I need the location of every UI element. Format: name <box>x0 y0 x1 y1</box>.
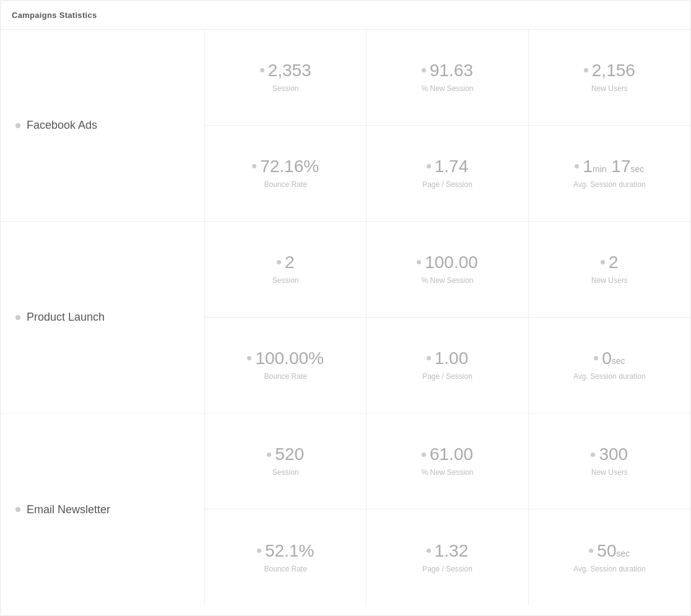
stat-value: 2,156 <box>592 62 635 79</box>
campaign-row: Email Newsletter520Session61.00% New Ses… <box>1 414 690 605</box>
stat-value: 1.00 <box>435 350 469 367</box>
stat-value: 2,353 <box>268 62 311 79</box>
stat-value: 1.74 <box>435 158 469 175</box>
stat-label: Session <box>272 468 299 477</box>
stat-dot <box>257 549 261 553</box>
stat-dot <box>601 260 605 264</box>
stat-cell: 72.16%Bounce Rate <box>205 126 367 222</box>
campaign-name-col: Email Newsletter <box>1 414 205 605</box>
card-title: Campaigns Statistics <box>12 11 97 20</box>
stat-value-row: 100.00 <box>417 254 478 271</box>
stat-cell: 100.00% New Session <box>367 222 528 318</box>
campaign-row: Facebook Ads2,353Session91.63% New Sessi… <box>1 30 690 222</box>
stat-dot <box>427 356 431 360</box>
stat-value-row: 520 <box>267 446 304 463</box>
stat-label: Avg. Session duration <box>573 565 646 573</box>
campaign-name-col: Facebook Ads <box>1 30 205 221</box>
stat-dot <box>252 164 256 168</box>
stat-value: 2 <box>609 254 619 271</box>
stat-label: % New Session <box>421 276 473 285</box>
stat-dot <box>260 68 264 72</box>
campaign-dot <box>15 507 20 512</box>
stat-dot <box>589 549 593 553</box>
stat-label: Page / Session <box>422 372 472 381</box>
stat-value-row: 61.00 <box>422 446 473 463</box>
stat-cell: 91.63% New Session <box>367 30 528 126</box>
stat-value: 1.32 <box>435 542 469 560</box>
stat-value-row: 2 <box>601 254 619 271</box>
stat-value-row: 0sec <box>594 350 625 367</box>
stat-value: 0sec <box>602 350 625 367</box>
stat-label: Page / Session <box>422 180 472 189</box>
stat-value: 1min 17sec <box>583 158 644 175</box>
stat-cell: 1.74Page / Session <box>367 126 528 222</box>
stat-cell: 2,353Session <box>205 30 367 126</box>
stat-value-row: 2 <box>277 254 295 271</box>
stat-dot <box>591 453 595 457</box>
stat-value: 72.16% <box>260 158 319 175</box>
stat-dot <box>422 68 426 72</box>
stat-value-row: 50sec <box>589 542 630 560</box>
stat-dot <box>277 260 281 264</box>
stat-label: Bounce Rate <box>264 180 306 189</box>
campaign-stats-col: 2,353Session91.63% New Session2,156New U… <box>205 30 690 221</box>
stat-value: 520 <box>275 446 304 463</box>
campaign-name-col: Product Launch <box>1 222 205 413</box>
stat-value-row: 1.74 <box>427 158 469 175</box>
stat-value: 100.00% <box>255 350 324 367</box>
card-header: Campaigns Statistics <box>1 1 690 30</box>
campaign-stats-col: 520Session61.00% New Session300New Users… <box>205 414 690 605</box>
campaign-stats-col: 2Session100.00% New Session2New Users100… <box>205 222 690 413</box>
stat-label: New Users <box>591 468 628 477</box>
campaign-name: Email Newsletter <box>27 503 110 516</box>
stat-dot <box>575 164 579 168</box>
stat-dot <box>247 356 251 360</box>
campaigns-statistics-card: Campaigns Statistics Facebook Ads2,353Se… <box>0 0 691 616</box>
stat-value: 50sec <box>597 542 630 560</box>
stat-value-row: 91.63 <box>422 62 473 79</box>
stat-label: Bounce Rate <box>264 372 306 381</box>
stat-label: Session <box>272 276 299 285</box>
campaigns-container: Facebook Ads2,353Session91.63% New Sessi… <box>1 30 690 605</box>
stat-label: Session <box>272 84 299 93</box>
stat-label: Bounce Rate <box>264 565 306 573</box>
stat-cell: 61.00% New Session <box>367 414 528 510</box>
stat-dot <box>427 164 431 168</box>
stat-value-row: 100.00% <box>247 350 324 367</box>
stat-value-row: 2,156 <box>584 62 635 79</box>
stat-value-row: 52.1% <box>257 542 314 560</box>
stat-dot <box>427 549 431 553</box>
stat-label: % New Session <box>421 468 473 477</box>
stat-value: 2 <box>285 254 295 271</box>
stat-cell: 0secAvg. Session duration <box>529 318 690 414</box>
stat-cell: 2New Users <box>529 222 690 318</box>
stat-label: Avg. Session duration <box>573 372 646 381</box>
stat-label: New Users <box>591 84 628 93</box>
campaign-dot <box>15 123 20 128</box>
stat-value-row: 1min 17sec <box>575 158 644 175</box>
stat-cell: 50secAvg. Session duration <box>529 510 690 605</box>
stat-cell: 100.00%Bounce Rate <box>205 318 367 414</box>
stat-value-row: 300 <box>591 446 628 463</box>
stat-label: % New Session <box>421 84 473 93</box>
campaign-dot <box>15 315 20 320</box>
stat-value: 61.00 <box>430 446 473 463</box>
stat-cell: 1.32Page / Session <box>367 510 528 605</box>
campaign-row: Product Launch2Session100.00% New Sessio… <box>1 222 690 414</box>
stat-label: Avg. Session duration <box>573 180 646 189</box>
stat-cell: 1.00Page / Session <box>367 318 528 414</box>
stat-value-row: 1.32 <box>427 542 469 560</box>
stat-value: 52.1% <box>265 542 314 560</box>
stat-label: Page / Session <box>422 565 472 573</box>
stat-cell: 2Session <box>205 222 367 318</box>
campaign-name: Facebook Ads <box>27 119 97 132</box>
stat-cell: 52.1%Bounce Rate <box>205 510 367 605</box>
campaign-name: Product Launch <box>27 311 105 324</box>
stat-value: 91.63 <box>430 62 473 79</box>
stat-cell: 1min 17secAvg. Session duration <box>529 126 690 222</box>
stat-cell: 2,156New Users <box>529 30 690 126</box>
stat-dot <box>422 453 426 457</box>
stat-value-row: 72.16% <box>252 158 319 175</box>
stat-value-row: 1.00 <box>427 350 469 367</box>
stat-dot <box>267 453 271 457</box>
